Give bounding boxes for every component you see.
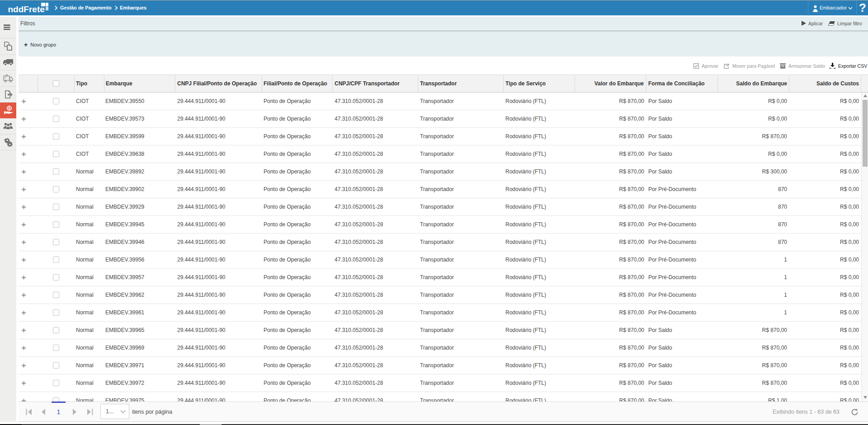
svg-text:$: $ bbox=[8, 107, 10, 111]
